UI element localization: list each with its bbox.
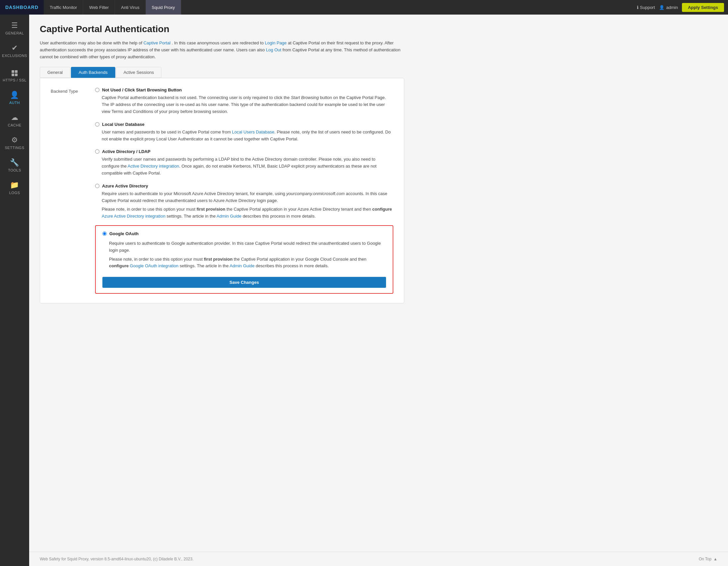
page-title: Captive Portal Authentication [40, 24, 717, 34]
ad-integration-link[interactable]: Active Directory integration [128, 164, 179, 169]
tab-auth-backends[interactable]: Auth Backends [71, 67, 115, 78]
tabs: General Auth Backends Active Sessions [40, 67, 717, 78]
option-azure-header: Azure Active Directory [95, 184, 393, 189]
azure-integration-link[interactable]: Azure Active Directory integration [102, 214, 165, 219]
option-azure: Azure Active Directory Require users to … [95, 184, 393, 220]
sidebar-item-auth[interactable]: 👤 AUTH [0, 87, 29, 109]
option-google-oauth-title[interactable]: Google OAuth [109, 231, 139, 236]
option-google-oauth-box: Google OAuth Require users to authentica… [95, 225, 393, 294]
support-link[interactable]: ℹ Support [637, 5, 655, 10]
footer: Web Safety for Squid Proxy, version 8.5-… [29, 552, 728, 566]
option-local-user-header: Local User Database [95, 122, 393, 127]
option-azure-desc1: Require users to authenticate to your Mi… [102, 191, 393, 204]
option-active-directory-header: Active Directory / LDAP [95, 149, 393, 154]
logs-icon: 📁 [10, 182, 19, 189]
radio-azure[interactable] [95, 184, 99, 188]
radio-active-directory[interactable] [95, 149, 99, 154]
option-active-directory: Active Directory / LDAP Verify submitted… [95, 149, 393, 177]
chevron-up-icon: ▲ [713, 557, 717, 561]
user-icon: 👤 [659, 5, 664, 10]
radio-not-used[interactable] [95, 88, 99, 92]
option-active-directory-desc: Verify submitted user names and password… [102, 156, 393, 177]
general-icon: ☰ [11, 22, 18, 29]
radio-local-user[interactable] [95, 122, 99, 127]
tab-general[interactable]: General [40, 67, 70, 78]
https-icon [12, 67, 18, 76]
backend-options: Not Used / Click Start Browsing Button C… [95, 87, 393, 294]
nav-anti-virus[interactable]: Anti Virus [115, 0, 145, 15]
sidebar: ☰ GENERAL ✔ EXCLUSIONS HTTPS / SSL 👤 AUT… [0, 15, 29, 566]
sidebar-item-tools[interactable]: 🔧 TOOLS [0, 154, 29, 177]
save-changes-button[interactable]: Save Changes [102, 277, 386, 288]
option-azure-title[interactable]: Azure Active Directory [102, 184, 148, 189]
top-nav: DASHBOARD Traffic Monitor Web Filter Ant… [0, 0, 728, 15]
nav-items: Traffic Monitor Web Filter Anti Virus Sq… [44, 0, 181, 15]
option-not-used-desc: Captive Portal authentication backend is… [102, 94, 393, 115]
exclusions-icon: ✔ [12, 44, 18, 52]
intro-text: User authentication may also be done wit… [40, 40, 404, 60]
option-local-user-desc: User names and passwords to be used in C… [102, 129, 393, 143]
option-google-oauth: Google OAuth Require users to authentica… [102, 231, 386, 288]
captive-portal-link[interactable]: Captive Portal [143, 40, 171, 45]
log-out-link[interactable]: Log Out [266, 47, 281, 52]
azure-admin-guide-link[interactable]: Admin Guide [217, 214, 242, 219]
option-not-used-title[interactable]: Not Used / Click Start Browsing Button [102, 87, 182, 92]
option-not-used-header: Not Used / Click Start Browsing Button [95, 87, 393, 92]
sidebar-item-exclusions[interactable]: ✔ EXCLUSIONS [0, 40, 29, 62]
sidebar-item-https-ssl[interactable]: HTTPS / SSL [0, 62, 29, 87]
backend-type-label: Backend Type [51, 87, 87, 294]
option-google-oauth-desc2: Please note, in order to use this option… [109, 256, 386, 270]
option-active-directory-title[interactable]: Active Directory / LDAP [102, 149, 150, 154]
google-oauth-integration-link[interactable]: Google OAuth integration [130, 263, 179, 268]
apply-settings-button[interactable]: Apply Settings [682, 3, 724, 12]
backend-section: Backend Type Not Used / Click Start Brow… [51, 87, 393, 294]
option-local-user: Local User Database User names and passw… [95, 122, 393, 143]
brand-logo: DASHBOARD [0, 0, 44, 15]
login-page-link[interactable]: Login Page [265, 40, 287, 45]
nav-right: ℹ Support 👤 admin Apply Settings [637, 3, 728, 12]
content-area: Captive Portal Authentication User authe… [29, 15, 728, 552]
sidebar-item-cache[interactable]: ☁ CACHE [0, 109, 29, 132]
google-admin-guide-link[interactable]: Admin Guide [230, 263, 254, 268]
cache-icon: ☁ [11, 114, 19, 121]
option-azure-desc2: Please note, in order to use this option… [102, 206, 393, 220]
on-top-link[interactable]: On Top ▲ [699, 557, 717, 561]
sidebar-item-settings[interactable]: ⚙ SETTINGS [0, 132, 29, 154]
nav-squid-proxy[interactable]: Squid Proxy [146, 0, 181, 15]
admin-user[interactable]: 👤 admin [659, 5, 678, 10]
footer-text: Web Safety for Squid Proxy, version 8.5-… [40, 557, 194, 561]
option-google-oauth-header: Google OAuth [102, 231, 386, 236]
intro-part2: . In this case anonymous users are redir… [172, 40, 265, 45]
sidebar-item-logs[interactable]: 📁 LOGS [0, 177, 29, 199]
panel: Backend Type Not Used / Click Start Brow… [40, 78, 404, 303]
option-google-oauth-desc1: Require users to authenticate to Google … [109, 240, 386, 254]
tab-active-sessions[interactable]: Active Sessions [116, 67, 162, 78]
nav-web-filter[interactable]: Web Filter [83, 0, 115, 15]
radio-google-oauth[interactable] [102, 232, 107, 236]
main-content: Captive Portal Authentication User authe… [29, 15, 728, 566]
on-top-label: On Top [699, 557, 711, 561]
info-icon: ℹ [637, 5, 639, 10]
sidebar-item-general[interactable]: ☰ GENERAL [0, 17, 29, 40]
option-not-used: Not Used / Click Start Browsing Button C… [95, 87, 393, 115]
option-local-user-title[interactable]: Local User Database [102, 122, 144, 127]
layout: ☰ GENERAL ✔ EXCLUSIONS HTTPS / SSL 👤 AUT… [0, 15, 728, 566]
local-users-db-link[interactable]: Local Users Database [232, 130, 274, 135]
nav-traffic-monitor[interactable]: Traffic Monitor [44, 0, 83, 15]
tools-icon: 🔧 [10, 159, 19, 166]
auth-icon: 👤 [10, 91, 19, 99]
settings-icon: ⚙ [11, 137, 18, 144]
intro-part1: User authentication may also be done wit… [40, 40, 143, 45]
